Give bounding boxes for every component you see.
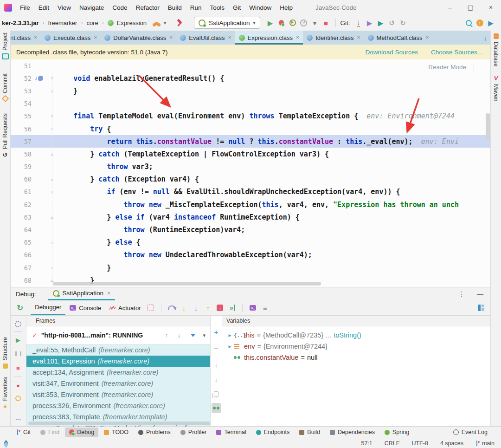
link-download-sources[interactable]: Download Sources xyxy=(366,49,418,56)
stop-button[interactable]: ■ xyxy=(324,19,328,26)
close-icon[interactable]: × xyxy=(169,34,173,41)
close-icon[interactable]: × xyxy=(426,34,429,41)
stack-frame[interactable]: process:326, Environment(freemarker.core… xyxy=(26,400,210,411)
line-number[interactable]: 66 xyxy=(10,251,33,259)
maximize-button[interactable]: ▢ xyxy=(460,4,481,11)
close-icon[interactable]: × xyxy=(228,34,231,41)
step-into-button[interactable]: ↓ xyxy=(182,305,186,312)
line-number[interactable]: 55 xyxy=(10,112,33,120)
settings-gear-icon[interactable] xyxy=(15,321,21,327)
run-with-coverage-button[interactable] xyxy=(289,19,296,26)
line-number[interactable]: 53 xyxy=(10,87,33,95)
close-icon[interactable]: × xyxy=(34,34,37,41)
menu-item-tools[interactable]: Tools xyxy=(206,4,229,11)
line-number[interactable]: 51 xyxy=(10,62,33,70)
evaluate-expression-button[interactable]: >_ xyxy=(250,305,256,311)
filter-icon[interactable] xyxy=(191,334,195,337)
run-button[interactable]: ▶ xyxy=(268,19,273,26)
vertical-scrollbar[interactable] xyxy=(486,113,490,140)
breadcrumb-item-core[interactable]: core xyxy=(85,19,99,26)
expand-chevron-icon[interactable]: ▸ xyxy=(226,343,234,350)
editor-tab-methodcall-class[interactable]: MethodCall.class× xyxy=(364,31,433,45)
profiler-button[interactable] xyxy=(300,19,307,26)
line-number[interactable]: 62 xyxy=(10,201,33,208)
menu-item-window[interactable]: Window xyxy=(245,4,276,11)
menu-item-file[interactable]: File xyxy=(16,4,34,11)
commit-button[interactable]: ▶ xyxy=(378,19,384,26)
stack-frame[interactable]: _eval:55, MethodCall(freemarker.core) xyxy=(26,344,210,356)
tool-endpoints[interactable]: Endpoints xyxy=(252,428,294,437)
variable-row[interactable]: this.constantValue=null xyxy=(222,352,491,363)
tool-build[interactable]: Build xyxy=(295,428,324,437)
hide-panel-icon[interactable]: — xyxy=(477,290,483,298)
breadcrumb-item-freemarker[interactable]: freemarker xyxy=(47,19,78,26)
close-icon[interactable]: × xyxy=(94,34,97,41)
menu-item-refactor[interactable]: Refactor xyxy=(132,4,164,11)
fold-icon[interactable]: ▵ xyxy=(47,88,57,94)
debug-tab-actuator[interactable]: Actuator xyxy=(105,300,145,315)
pause-button[interactable] xyxy=(15,351,21,356)
history-forward-button[interactable]: ↻ xyxy=(400,19,406,26)
stack-frame[interactable]: visit:347, Environment(freemarker.core) xyxy=(26,378,210,389)
debug-tab-debugger[interactable]: Debugger xyxy=(31,300,65,315)
tool-dependencies[interactable]: Dependencies xyxy=(326,428,379,437)
tool-event-log[interactable]: Event Log xyxy=(449,428,492,437)
step-out-button[interactable]: ↑ xyxy=(206,305,210,312)
fold-icon[interactable]: ▿ xyxy=(47,189,57,195)
line-ending[interactable]: CRLF xyxy=(385,440,400,447)
editor-tab-expression-class[interactable]: Expression.class× xyxy=(235,31,303,45)
view-breakpoints-button[interactable]: ● xyxy=(16,383,20,389)
fold-icon[interactable]: ▿ xyxy=(47,75,57,81)
editor-tab-dollarvariable-class[interactable]: DollarVariable.class× xyxy=(101,31,176,45)
line-number[interactable]: 58 xyxy=(10,150,33,158)
stripe-item-pull-requests[interactable]: Pull Requests↺ xyxy=(0,113,10,158)
move-down-button[interactable]: ↓ xyxy=(214,376,218,383)
stripe-item-structure[interactable]: Structure xyxy=(0,337,10,369)
line-number[interactable]: 54 xyxy=(10,100,33,107)
reader-mode-label[interactable]: Reader Mode xyxy=(428,64,474,71)
menu-item-help[interactable]: Help xyxy=(276,4,297,11)
drop-frame-button[interactable]: ↓ xyxy=(217,305,223,311)
line-number[interactable]: 57 xyxy=(10,138,33,145)
code-with-me-caret-icon[interactable]: ▾ xyxy=(164,20,166,26)
previous-frame-icon[interactable]: ↑ xyxy=(165,331,168,339)
menu-item-navigate[interactable]: Navigate xyxy=(75,4,108,11)
line-number[interactable]: 65 xyxy=(10,239,33,246)
stop-button[interactable]: ■ xyxy=(16,365,20,371)
menu-item-code[interactable]: Code xyxy=(108,4,131,11)
tool-debug[interactable]: Debug xyxy=(65,428,98,437)
line-number[interactable]: 60 xyxy=(10,175,33,183)
menu-item-build[interactable]: Build xyxy=(164,4,186,11)
more-button[interactable]: … xyxy=(15,415,21,421)
minimize-button[interactable]: – xyxy=(440,4,460,11)
stripe-item-maven[interactable]: VMaven xyxy=(491,75,501,102)
line-number[interactable]: 64 xyxy=(10,226,33,234)
close-icon[interactable]: × xyxy=(357,34,360,41)
variable-row[interactable]: ▸{..}this={MethodCall@7235}...toString() xyxy=(222,330,491,341)
debug-tab-console[interactable]: >_Console xyxy=(65,300,105,315)
tool-todo[interactable]: TODO xyxy=(100,428,133,437)
tool-terminal[interactable]: Terminal xyxy=(212,428,250,437)
layout-settings-icon[interactable] xyxy=(478,305,484,311)
run-to-cursor-button[interactable]: » xyxy=(230,305,235,311)
profiler-caret[interactable]: ▾ xyxy=(313,19,317,26)
resume-button[interactable]: ▶ xyxy=(16,337,20,343)
stack-frame[interactable]: processTemplate:391, FreeMarkerView(org.… xyxy=(26,422,210,427)
horizontal-scrollbar[interactable] xyxy=(53,282,321,286)
fold-icon[interactable]: ▵ xyxy=(47,151,57,157)
code-with-me-icon[interactable] xyxy=(155,22,158,25)
fold-icon[interactable]: ▵ xyxy=(47,176,57,182)
indent-setting[interactable]: 4 spaces xyxy=(440,440,463,447)
stack-frame[interactable]: visit:353, Environment(freemarker.core) xyxy=(26,389,210,400)
debug-session-tab[interactable]: SstiApplication × xyxy=(48,287,116,300)
search-everywhere-button[interactable] xyxy=(466,20,472,26)
debug-button[interactable] xyxy=(279,20,284,26)
remove-watch-button[interactable]: − xyxy=(214,344,218,352)
stripe-item-commit[interactable]: Commit xyxy=(0,73,10,101)
stack-frame[interactable]: accept:134, Assignment(freemarker.core) xyxy=(26,367,210,378)
menu-item-edit[interactable]: Edit xyxy=(34,4,53,11)
git-branch-widget[interactable]: main xyxy=(475,440,495,447)
hotswap-icon[interactable] xyxy=(148,305,154,311)
options-menu-icon[interactable]: ⋮ xyxy=(458,290,465,298)
link-choose-sources[interactable]: Choose Sources... xyxy=(431,49,482,56)
